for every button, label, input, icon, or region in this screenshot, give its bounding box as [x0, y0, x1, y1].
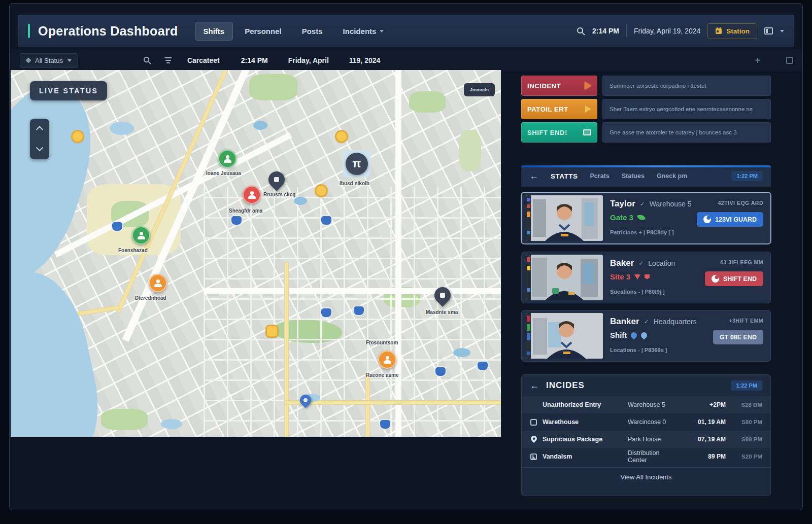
- verified-icon: ✓: [644, 318, 649, 325]
- badge-circle-icon: [712, 275, 719, 283]
- map-label: Ftosountsom: [366, 340, 398, 345]
- toolbar-time: 2:14 PM: [241, 56, 268, 64]
- zoom-out-chevron-icon[interactable]: [36, 144, 43, 151]
- map-label: Foenshazad: [118, 248, 148, 253]
- tab-personnel[interactable]: Personnel: [236, 22, 290, 40]
- map-zoom-control[interactable]: [30, 119, 49, 159]
- personnel-post: Site 3: [610, 272, 650, 281]
- chevron-down-icon: [380, 30, 384, 32]
- road-shield-icon: [354, 306, 364, 315]
- personnel-site: Headquarters: [654, 318, 697, 326]
- personnel-name-row: Taylor ✓ Warehouse 5: [610, 199, 692, 209]
- road-shield-icon: [112, 222, 122, 231]
- map-label: Raeone asme: [366, 372, 398, 378]
- personnel-site: Warehouse 5: [650, 200, 692, 208]
- map-pond: [161, 419, 182, 429]
- personnel-meta: Patricioos + | P8C8dy [ ]: [610, 229, 674, 235]
- tab-shifts[interactable]: Shifts: [195, 22, 233, 40]
- metro-station-marker[interactable]: π: [346, 153, 368, 175]
- personnel-photo: [526, 313, 603, 359]
- search-icon[interactable]: [143, 56, 151, 64]
- map-pond: [294, 197, 307, 205]
- alert-description: Summaer aorsestc corpadino i ttestut: [602, 76, 771, 96]
- view-all-incidents-button[interactable]: View All Incidents: [522, 467, 770, 486]
- tab-statuses[interactable]: Statues: [622, 172, 645, 180]
- toolbar-icons: [143, 56, 172, 64]
- status-filter-dropdown[interactable]: All Status: [20, 53, 78, 68]
- verified-icon: ✓: [638, 260, 644, 267]
- guard-marker-green[interactable]: [132, 226, 150, 244]
- tab-check[interactable]: Gneck pm: [657, 172, 687, 180]
- incidents-list: Unauthorized Entry Warehouse 5 +2PM S28 …: [522, 396, 770, 465]
- map-label: Sheagfdr ama: [229, 208, 262, 214]
- personnel-card-baker[interactable]: Baker ✓ Location 43 3IFI EEG MM Site 3 S…: [521, 252, 771, 303]
- verified-icon: ✓: [640, 200, 645, 207]
- checkbox-icon: [530, 419, 537, 426]
- road-shield-icon: [478, 362, 488, 370]
- live-map[interactable]: Ioane Jeusaua Rruusts ckcg Sheagfdr ama …: [11, 70, 501, 437]
- person-glyph: [248, 191, 256, 199]
- map-pond: [110, 122, 134, 135]
- shift-end-button[interactable]: GT 08E END: [713, 330, 763, 344]
- chevron-down-icon: [67, 59, 72, 62]
- incident-row[interactable]: Vandalsm Distribution Center 89 PM S20 P…: [522, 448, 770, 465]
- flag-icon: [645, 274, 650, 280]
- leaf-icon: [637, 214, 646, 221]
- map-park: [459, 130, 481, 171]
- person-glyph: [137, 232, 146, 239]
- zoom-in-chevron-icon[interactable]: [36, 126, 43, 133]
- incident-row[interactable]: Warethouse Warcincose 0 01, 19 AM S80 PM: [522, 413, 770, 431]
- patrol-dot-marker[interactable]: [267, 326, 277, 336]
- toolbar-date-day: 119, 2024: [349, 56, 381, 64]
- tab-incidents[interactable]: Incidents: [335, 22, 392, 40]
- patrol-dot-marker[interactable]: [73, 131, 83, 142]
- road-shield-icon: [321, 216, 331, 225]
- incident-alert-button[interactable]: INCIDENT: [521, 76, 597, 96]
- personnel-card-banker[interactable]: Banker ✓ Headquarters +3HIFT EMM Shift G…: [521, 310, 771, 362]
- filter-icon[interactable]: [164, 57, 172, 63]
- guard-button[interactable]: 123VI GUARD: [697, 212, 763, 227]
- road-shield-icon: [231, 216, 242, 225]
- shift-end-button[interactable]: SHIFT END: [705, 271, 763, 286]
- guard-marker-green[interactable]: [218, 150, 236, 168]
- road-shield-icon: [435, 367, 446, 376]
- person-glyph: [383, 356, 392, 364]
- guard-marker-red[interactable]: [243, 186, 261, 204]
- personnel-name-row: Baker ✓ Location: [610, 258, 675, 268]
- map-road: [204, 288, 501, 294]
- map-mini-button[interactable]: Jmmodc: [464, 83, 495, 96]
- status-diamond-icon: [25, 57, 31, 63]
- patrol-dot-marker[interactable]: [336, 131, 347, 142]
- personnel-meta: Locations - | P8369s ]: [610, 347, 667, 353]
- personnel-name: Taylor: [610, 199, 635, 209]
- tab-posts[interactable]: Posts: [294, 22, 331, 40]
- incident-row[interactable]: Unauthorized Entry Warehouse 5 +2PM S28 …: [522, 396, 770, 413]
- shift-end-alert-button[interactable]: SHIFT END!: [521, 122, 597, 143]
- map-label: Dterednhoad: [135, 295, 166, 301]
- map-road-major: [366, 373, 369, 437]
- image-icon: [530, 453, 537, 460]
- incidents-title: INCIDES: [546, 380, 585, 391]
- personnel-name: Banker: [610, 317, 639, 327]
- personnel-photo: [526, 255, 603, 300]
- guard-marker-orange[interactable]: [378, 351, 396, 369]
- back-arrow-icon[interactable]: ←: [530, 380, 539, 391]
- patrol-dot-marker[interactable]: [316, 186, 326, 196]
- personnel-site: Location: [648, 259, 675, 267]
- square-icon[interactable]: [786, 57, 793, 64]
- tab-stats[interactable]: STATTS: [551, 172, 578, 180]
- guard-marker-orange[interactable]: [149, 274, 167, 292]
- time-badge: 1:22 PM: [731, 380, 762, 391]
- personnel-card-taylor[interactable]: Taylor ✓ Warehouse 5 42TIVI EQG ARD Gate…: [521, 192, 771, 244]
- patrol-alert-button[interactable]: PATOIL ERT: [521, 99, 597, 119]
- alert-row: SHIFT END! Gne asse tne atotroler te cut…: [521, 122, 771, 143]
- incident-row[interactable]: Supricisus Package Park House 07, 19 AM …: [522, 431, 770, 448]
- leaf-icon-blue: [630, 331, 638, 339]
- back-arrow-icon[interactable]: ←: [529, 171, 538, 182]
- right-panel: INCIDENT Summaer aorsestc corpadino i tt…: [514, 4, 771, 510]
- chevron-down-icon[interactable]: [780, 30, 784, 32]
- incidents-panel: ← INCIDES 1:22 PM Unauthorized Entry War…: [521, 374, 771, 496]
- personnel-meta: Sueations - | P80t9j ]: [610, 289, 665, 295]
- tab-posts-2[interactable]: Pcrats: [590, 172, 610, 180]
- badge-circle-icon: [703, 216, 711, 223]
